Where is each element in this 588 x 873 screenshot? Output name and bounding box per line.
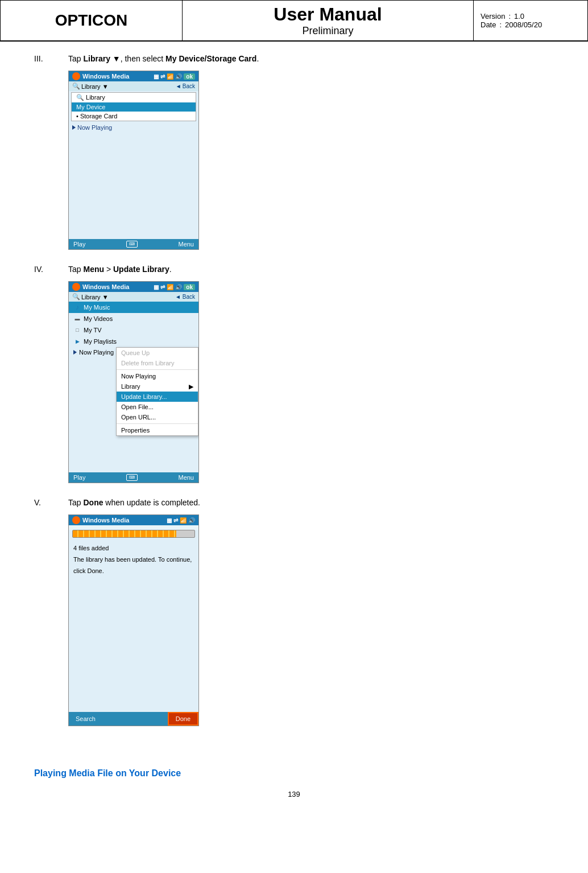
ok-button-1[interactable]: ok [184, 73, 195, 80]
keyboard-icon-2: ⌨ [126, 474, 138, 481]
titlebar-1: Windows Media ▦ ⇌ 📶 🔊 ok [69, 71, 198, 81]
page-header: OPTICON User Manual Preliminary Version … [0, 0, 588, 42]
menu-item-open-url[interactable]: Open URL... [117, 412, 198, 422]
titlebar-2: Windows Media ▦ ⇌ 📶 🔊 ok [69, 282, 198, 292]
menu-item-properties[interactable]: Properties [117, 425, 198, 435]
play-button-1[interactable]: Play [73, 241, 85, 248]
step-3-text: Tap Library ▼, then select My Device/Sto… [68, 53, 554, 65]
wm-logo-icon [72, 72, 80, 80]
menu-item-open-file[interactable]: Open File... [117, 402, 198, 412]
dropdown-item-library[interactable]: 🔍 Library [72, 93, 196, 102]
note-icon: ♪ [73, 303, 81, 311]
done-button[interactable]: Done [168, 712, 198, 726]
version-row: Version : 1.0 [481, 12, 581, 20]
document-title: User Manual Preliminary [183, 1, 474, 40]
search-icon-1: 🔍 [72, 83, 80, 90]
page-number: 139 [0, 790, 588, 810]
menu-item-library[interactable]: Library [117, 381, 198, 392]
files-added-text: 4 files added [69, 542, 198, 554]
search-icon-lib: 🔍 [76, 94, 84, 101]
menu-item-update-library[interactable]: Update Library... [117, 392, 198, 402]
sub-title: Preliminary [302, 25, 353, 37]
step-4-text: Tap Menu > Update Library. [68, 263, 554, 275]
step-3-numeral: III. [34, 53, 57, 63]
step-4-content: Tap Menu > Update Library. Windows Media… [68, 263, 554, 483]
company-logo: OPTICON [1, 1, 183, 40]
screen-2-body: ♪ My Music ▬ My Videos □ My TV ▶ My Play… [69, 302, 198, 472]
search-button[interactable]: Search [69, 712, 102, 726]
section-heading: Playing Media File on Your Device [34, 768, 554, 779]
menu-item-queue-up: Queue Up [117, 348, 198, 358]
search-icon-2: 🔍 [72, 293, 80, 300]
message-line-2: click Done. [69, 565, 198, 576]
back-button-2[interactable]: ◄ Back [175, 293, 195, 300]
nav-bar-1: 🔍 Library ▼ ◄ Back [69, 81, 198, 91]
menu-button-1[interactable]: Menu [178, 241, 194, 248]
dropdown-item-storagecard[interactable]: Storage Card [72, 112, 196, 121]
menu-item-delete: Delete from Library [117, 358, 198, 368]
main-title: User Manual [274, 4, 382, 25]
list-item-my-music[interactable]: ♪ My Music [69, 302, 198, 313]
titlebar-1-label: Windows Media [82, 73, 129, 80]
play-icon-list [73, 350, 77, 355]
nav-bar-2: 🔍 Library ▼ ◄ Back [69, 292, 198, 302]
header-meta: Version : 1.0 Date : 2008/05/20 [474, 1, 587, 40]
screen-2: Windows Media ▦ ⇌ 📶 🔊 ok 🔍 Library ▼ [68, 281, 199, 483]
screen-3: Windows Media ▦ ⇌ 📶 🔊 4 files added The … [68, 514, 199, 726]
date-row: Date : 2008/05/20 [481, 20, 581, 29]
wm-logo-icon-3 [72, 516, 80, 524]
titlebar-2-label: Windows Media [82, 283, 129, 290]
screen-3-body: 4 files added The library has been updat… [69, 530, 198, 712]
ok-button-2[interactable]: ok [184, 284, 195, 290]
message-line-1: The library has been updated. To continu… [69, 554, 198, 565]
step-5-text: Tap Done when update is completed. [68, 497, 554, 509]
wm-logo-icon-2 [72, 283, 80, 291]
main-content: III. Tap Library ▼, then select My Devic… [0, 42, 588, 751]
back-icon-1: ◄ [176, 83, 181, 89]
playlist-icon: ▶ [73, 337, 81, 345]
bottom-bar-3: Search Done [69, 712, 198, 726]
menu-separator-2 [117, 423, 198, 424]
library-nav-2[interactable]: 🔍 Library ▼ [72, 293, 109, 300]
titlebar-3-label: Windows Media [82, 517, 129, 524]
list-item-my-tv[interactable]: □ My TV [69, 324, 198, 336]
screen-1-body: 🔍 Library My Device Storage Card Now Pla… [69, 91, 198, 239]
step-3-content: Tap Library ▼, then select My Device/Sto… [68, 53, 554, 250]
list-item-my-playlists[interactable]: ▶ My Playlists [69, 336, 198, 347]
context-menu: Queue Up Delete from Library Now Playing… [116, 347, 198, 436]
progress-bar-fill [73, 530, 176, 537]
titlebar-3: Windows Media ▦ ⇌ 📶 🔊 [69, 515, 198, 525]
now-playing-1[interactable]: Now Playing [69, 122, 198, 133]
menu-button-2[interactable]: Menu [178, 474, 194, 481]
video-icon: ▬ [73, 315, 81, 323]
footer-section: Playing Media File on Your Device [0, 768, 588, 779]
progress-bar [72, 530, 195, 538]
library-nav-1[interactable]: 🔍 Library ▼ [72, 83, 109, 90]
library-dropdown[interactable]: 🔍 Library My Device Storage Card [71, 92, 196, 121]
back-button-1[interactable]: ◄ Back [176, 83, 195, 90]
screen-1: Windows Media ▦ ⇌ 📶 🔊 ok 🔍 Library ▼ [68, 71, 199, 250]
play-triangle-icon-1 [72, 125, 76, 130]
step-5: V. Tap Done when update is completed. Wi… [34, 497, 554, 726]
list-item-my-videos[interactable]: ▬ My Videos [69, 313, 198, 324]
bottom-bar-1: Play ⌨ Menu [69, 239, 198, 249]
step-5-content: Tap Done when update is completed. Windo… [68, 497, 554, 726]
bottom-bar-2: Play ⌨ Menu [69, 472, 198, 483]
dropdown-item-mydevice[interactable]: My Device [72, 102, 196, 112]
step-5-numeral: V. [34, 497, 57, 507]
step-4-numeral: IV. [34, 263, 57, 274]
step-4: IV. Tap Menu > Update Library. Windows M… [34, 263, 554, 483]
play-button-2[interactable]: Play [73, 474, 85, 481]
step-3: III. Tap Library ▼, then select My Devic… [34, 53, 554, 250]
menu-item-now-playing[interactable]: Now Playing [117, 371, 198, 381]
tv-icon: □ [73, 326, 81, 334]
keyboard-icon-1: ⌨ [126, 241, 138, 248]
menu-separator-1 [117, 369, 198, 370]
